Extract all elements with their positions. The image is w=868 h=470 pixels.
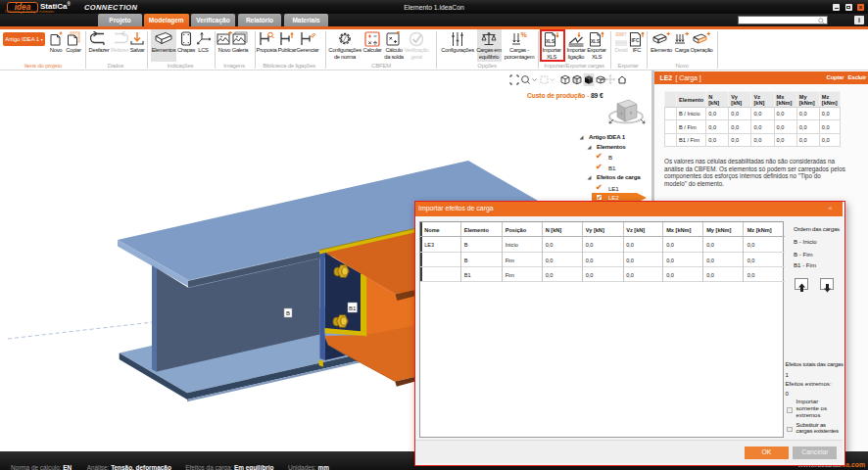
svg-text:BIM?: BIM? bbox=[616, 32, 627, 37]
svg-text:%: % bbox=[520, 31, 527, 38]
svg-text:XLS: XLS bbox=[591, 39, 600, 44]
svg-text:</>: </> bbox=[339, 36, 351, 43]
svg-text:IFC: IFC bbox=[631, 37, 639, 43]
